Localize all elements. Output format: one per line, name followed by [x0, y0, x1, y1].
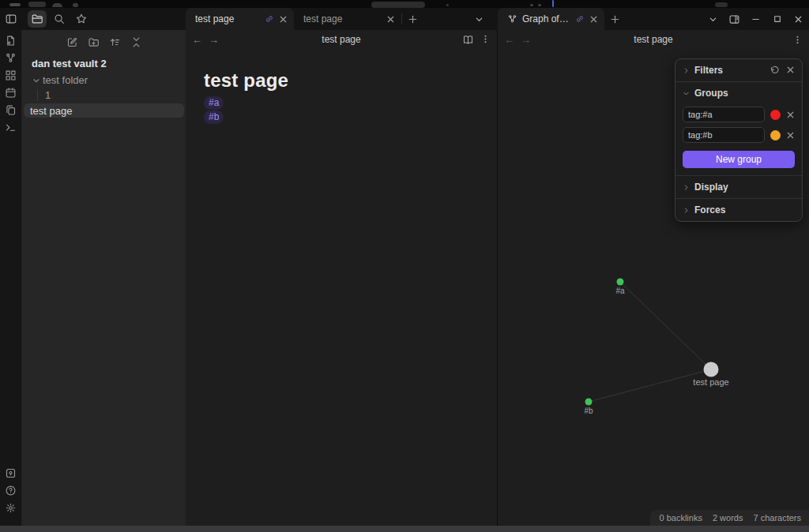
templates-button[interactable]: [3, 103, 19, 117]
tab-graph-of-test-page[interactable]: Graph of test page: [498, 8, 604, 30]
sort-order-button[interactable]: [106, 34, 123, 50]
linked-pane-icon[interactable]: [265, 14, 274, 24]
file-label: 1: [37, 89, 51, 101]
new-note-button[interactable]: [63, 34, 81, 50]
graph-node-b[interactable]: [585, 399, 593, 406]
reading-mode-button[interactable]: [462, 34, 474, 46]
vault-title[interactable]: dan test vault 2: [22, 50, 186, 73]
note-icon: [5, 35, 17, 47]
help-icon: [5, 485, 17, 496]
filters-section-header[interactable]: Filters: [675, 59, 802, 81]
graph-node-label: test page: [693, 377, 728, 387]
vertical-dots-icon: [480, 34, 491, 44]
star-icon: [75, 13, 88, 25]
tree-item-1[interactable]: 1: [22, 88, 186, 103]
quick-switcher-button[interactable]: [3, 33, 19, 47]
graph-node-a[interactable]: [617, 279, 624, 286]
middle-pane-tab-bar: test page test page: [186, 8, 498, 30]
display-label: Display: [694, 182, 728, 193]
new-group-button[interactable]: New group: [683, 151, 795, 168]
folder-icon: [31, 13, 43, 25]
tab-close-button[interactable]: [386, 15, 395, 24]
group-color-swatch[interactable]: [770, 130, 781, 140]
graph-view-button[interactable]: [3, 51, 19, 65]
group-row-tag-b: [675, 125, 802, 145]
settings-button[interactable]: [3, 500, 19, 515]
restore-defaults-button[interactable]: [769, 66, 780, 76]
close-icon: [786, 111, 795, 119]
remove-group-button[interactable]: [786, 111, 795, 119]
right-pane-tab-bar: Graph of test page: [498, 8, 809, 30]
daily-note-button[interactable]: [3, 85, 19, 99]
tree-item-test-page-selected[interactable]: test page: [24, 103, 184, 118]
tab-test-page-1[interactable]: test page: [186, 8, 294, 30]
new-folder-button[interactable]: [85, 34, 102, 50]
top-strip-fragment: [9, 3, 21, 6]
window-minimize-button[interactable]: [745, 8, 766, 30]
tab-label: test page: [303, 13, 382, 24]
top-strip-fragment: [371, 2, 425, 8]
canvas-blocks-icon: [5, 69, 17, 81]
left-sidebar-toggle-button[interactable]: [0, 8, 22, 30]
graph-node-label: #a: [615, 287, 625, 295]
folder-label: test folder: [43, 74, 88, 86]
window-close-button[interactable]: [788, 8, 809, 30]
back-button[interactable]: ←: [192, 34, 202, 46]
top-strip-fragment: [538, 4, 541, 6]
tag-b[interactable]: #b: [204, 111, 224, 124]
file-label: test page: [30, 105, 73, 117]
group-query-input[interactable]: [683, 107, 765, 122]
groups-section-header[interactable]: Groups: [675, 82, 802, 104]
new-tab-button[interactable]: [402, 8, 423, 30]
editor-content[interactable]: test page #a #b: [186, 49, 497, 124]
tag-a[interactable]: #a: [204, 96, 224, 110]
graph-node-page[interactable]: [704, 362, 719, 377]
explorer-actions: [22, 30, 186, 50]
tab-test-page-2[interactable]: test page: [294, 8, 401, 30]
search-tab-button[interactable]: [50, 10, 69, 28]
help-button[interactable]: [3, 483, 19, 497]
tab-label: Graph of test page: [522, 13, 570, 24]
graph-edge: [620, 282, 711, 369]
vault-switcher-button[interactable]: [3, 466, 19, 480]
graph-icon: [507, 14, 517, 24]
close-panel-button[interactable]: [786, 66, 795, 76]
more-options-button[interactable]: [480, 34, 491, 46]
editor-pane: ← → test page test page #a #b: [186, 30, 498, 526]
new-tab-button[interactable]: [604, 8, 625, 30]
files-tab-button[interactable]: [28, 10, 47, 28]
forces-section-header[interactable]: Forces: [675, 199, 802, 221]
new-folder-icon: [88, 36, 100, 48]
group-query-input[interactable]: [683, 127, 765, 143]
terminal-button[interactable]: [3, 120, 19, 134]
display-section-header[interactable]: Display: [675, 176, 802, 198]
tab-close-button[interactable]: [589, 15, 598, 24]
top-strip-fragment: [530, 4, 533, 6]
window-maximize-button[interactable]: [766, 8, 788, 30]
linked-pane-icon[interactable]: [575, 14, 585, 24]
canvas-button[interactable]: [3, 68, 19, 82]
right-sidebar-toggle-button[interactable]: [724, 8, 745, 30]
filters-label: Filters: [694, 65, 723, 76]
tree-item-test-folder[interactable]: test folder: [22, 73, 186, 88]
status-bar[interactable]: 0 backlinks 2 words 7 characters: [650, 510, 809, 526]
tab-list-dropdown-button[interactable]: [468, 8, 490, 30]
tab-list-dropdown-button[interactable]: [702, 8, 724, 30]
note-heading[interactable]: test page: [204, 69, 481, 92]
editor-pane-header: ← → test page: [186, 30, 497, 49]
chevron-right-icon: [683, 207, 690, 214]
sidebar-view-tabs: [22, 8, 186, 30]
chevron-down-icon: [683, 90, 690, 97]
new-note-icon: [66, 36, 78, 48]
group-color-swatch[interactable]: [770, 110, 781, 120]
calendar-icon: [5, 87, 17, 99]
bookmarks-tab-button[interactable]: [72, 10, 91, 28]
group-row-tag-a: [675, 104, 802, 125]
forward-button[interactable]: →: [209, 34, 219, 46]
gear-icon: [5, 502, 17, 514]
top-strip-fragment: [73, 3, 78, 7]
top-strip-fragment: [715, 2, 728, 7]
collapse-all-button[interactable]: [127, 34, 145, 50]
tab-close-button[interactable]: [279, 15, 288, 24]
remove-group-button[interactable]: [786, 131, 795, 140]
